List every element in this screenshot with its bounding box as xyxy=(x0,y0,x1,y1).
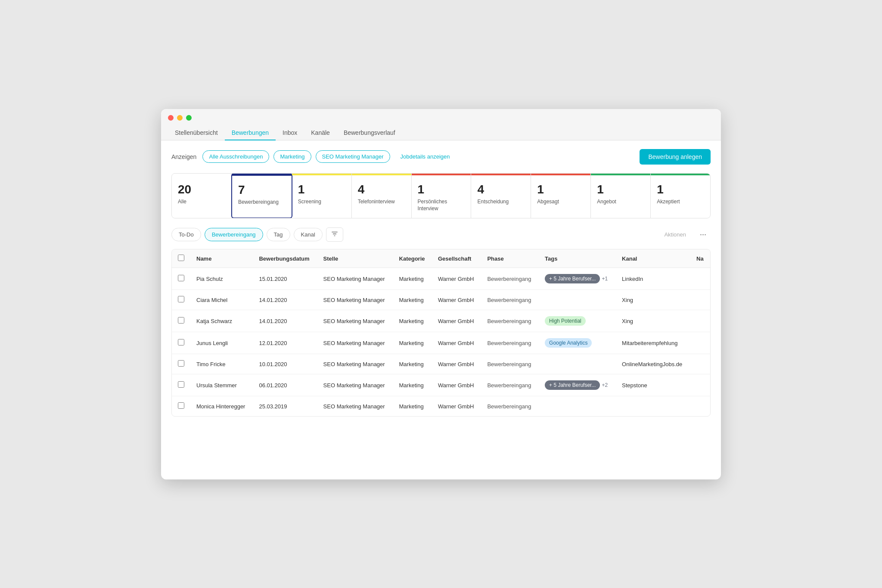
row-phase: Bewerbereingang xyxy=(481,374,539,396)
row-name[interactable]: Ursula Stemmer xyxy=(190,374,253,396)
filter-icon-button[interactable] xyxy=(326,227,343,242)
bewerbung-anlegen-button[interactable]: Bewerbung anlegen xyxy=(640,149,711,165)
sub-filter-bar: To-Do Bewerbereingang Tag Kanal Aktionen… xyxy=(171,227,711,242)
row-bewerbungsdatum: 14.01.2020 xyxy=(253,290,317,310)
sub-bewerbereingang-button[interactable]: Bewerbereingang xyxy=(205,228,263,241)
row-checkbox-cell[interactable] xyxy=(172,374,190,396)
tag-badge-blue[interactable]: Google Analytics xyxy=(545,338,592,348)
applicant-name-link[interactable]: Katja Schwarz xyxy=(196,318,232,324)
row-checkbox[interactable] xyxy=(178,296,184,302)
row-stelle: SEO Marketing Manager xyxy=(317,310,393,332)
row-name[interactable]: Katja Schwarz xyxy=(190,310,253,332)
row-tags xyxy=(539,354,616,374)
traffic-lights xyxy=(168,115,714,121)
tab-bewerbungsverlauf[interactable]: Bewerbungsverlauf xyxy=(337,126,402,140)
stage-persoenliches-interview[interactable]: 1 Persönliches Interview xyxy=(412,174,472,218)
stage-angebot[interactable]: 1 Angebot xyxy=(591,174,651,218)
row-phase: Bewerbereingang xyxy=(481,354,539,374)
row-checkbox-cell[interactable] xyxy=(172,354,190,374)
stages-row: 20 Alle 7 Bewerbereingang 1 Screening 4 … xyxy=(171,173,711,219)
row-name[interactable]: Junus Lengli xyxy=(190,332,253,354)
row-checkbox-cell[interactable] xyxy=(172,310,190,332)
row-name[interactable]: Ciara Michel xyxy=(190,290,253,310)
stage-entscheidung-label: Entscheidung xyxy=(477,199,525,205)
select-all-checkbox[interactable] xyxy=(178,255,184,261)
applicant-name-link[interactable]: Junus Lengli xyxy=(196,340,228,346)
stage-telefoninterview-count: 4 xyxy=(358,183,405,196)
applicant-name-link[interactable]: Monica Hinteregger xyxy=(196,403,245,410)
tab-stellenoversicht[interactable]: Stellenübersicht xyxy=(168,126,225,140)
sub-tag-button[interactable]: Tag xyxy=(267,228,290,241)
stage-abgesagt[interactable]: 1 Abgesagt xyxy=(531,174,591,218)
row-stelle: SEO Marketing Manager xyxy=(317,374,393,396)
tab-bewerbungen[interactable]: Bewerbungen xyxy=(225,126,276,140)
applicant-name-link[interactable]: Timo Fricke xyxy=(196,361,225,367)
tab-kanaele[interactable]: Kanäle xyxy=(304,126,337,140)
row-kanal: Mitarbeiterempfehlung xyxy=(616,332,690,354)
table-row[interactable]: Pia Schulz15.01.2020SEO Marketing Manage… xyxy=(172,268,710,290)
row-stelle: SEO Marketing Manager xyxy=(317,268,393,290)
row-phase: Bewerbereingang xyxy=(481,290,539,310)
stage-akzeptiert[interactable]: 1 Akzeptiert xyxy=(651,174,710,218)
stage-screening[interactable]: 1 Screening xyxy=(292,174,352,218)
more-options-button[interactable]: ··· xyxy=(696,227,711,242)
stage-alle[interactable]: 20 Alle xyxy=(172,174,232,218)
row-bewerbungsdatum: 10.01.2020 xyxy=(253,354,317,374)
filter-seo-marketing-manager[interactable]: SEO Marketing Manager xyxy=(316,150,390,163)
row-na xyxy=(690,374,710,396)
sub-todo-button[interactable]: To-Do xyxy=(171,228,201,241)
row-checkbox-cell[interactable] xyxy=(172,332,190,354)
table-row[interactable]: Ciara Michel14.01.2020SEO Marketing Mana… xyxy=(172,290,710,310)
stage-bewerbereingang-bar xyxy=(232,174,292,176)
row-bewerbungsdatum: 25.03.2019 xyxy=(253,396,317,417)
filter-label: Anzeigen xyxy=(171,153,196,160)
tag-badge-green[interactable]: High Potential xyxy=(545,316,586,326)
row-checkbox-cell[interactable] xyxy=(172,396,190,417)
close-button[interactable] xyxy=(168,115,174,121)
stage-persoenliches-bar xyxy=(412,174,471,175)
row-checkbox[interactable] xyxy=(178,360,184,367)
table-row[interactable]: Katja Schwarz14.01.2020SEO Marketing Man… xyxy=(172,310,710,332)
tag-count-badge: +2 xyxy=(602,382,608,388)
table-row[interactable]: Timo Fricke10.01.2020SEO Marketing Manag… xyxy=(172,354,710,374)
row-name[interactable]: Monica Hinteregger xyxy=(190,396,253,417)
row-stelle: SEO Marketing Manager xyxy=(317,332,393,354)
stage-bewerbereingang[interactable]: 7 Bewerbereingang xyxy=(231,173,292,219)
row-bewerbungsdatum: 14.01.2020 xyxy=(253,310,317,332)
row-kategorie: Marketing xyxy=(393,310,432,332)
tab-inbox[interactable]: Inbox xyxy=(276,126,304,140)
header-gesellschaft: Gesellschaft xyxy=(432,249,481,268)
tag-badge-dark[interactable]: + 5 Jahre Berufser... xyxy=(545,274,600,283)
stage-entscheidung-bar xyxy=(471,174,531,175)
row-checkbox[interactable] xyxy=(178,317,184,324)
row-checkbox[interactable] xyxy=(178,339,184,345)
maximize-button[interactable] xyxy=(186,115,192,121)
tag-badge-dark[interactable]: + 5 Jahre Berufser... xyxy=(545,380,600,390)
stage-angebot-count: 1 xyxy=(597,183,644,196)
filter-marketing[interactable]: Marketing xyxy=(273,150,311,163)
row-checkbox[interactable] xyxy=(178,402,184,409)
table-row[interactable]: Monica Hinteregger25.03.2019SEO Marketin… xyxy=(172,396,710,417)
header-na: Na xyxy=(690,249,710,268)
table-row[interactable]: Junus Lengli12.01.2020SEO Marketing Mana… xyxy=(172,332,710,354)
row-gesellschaft: Warner GmbH xyxy=(432,374,481,396)
row-name[interactable]: Pia Schulz xyxy=(190,268,253,290)
header-checkbox[interactable] xyxy=(172,249,190,268)
applicant-name-link[interactable]: Pia Schulz xyxy=(196,276,223,282)
row-name[interactable]: Timo Fricke xyxy=(190,354,253,374)
sub-kanal-button[interactable]: Kanal xyxy=(294,228,323,241)
header-kanal: Kanal xyxy=(616,249,690,268)
row-checkbox-cell[interactable] xyxy=(172,290,190,310)
filter-jobdetails[interactable]: Jobdetails anzeigen xyxy=(394,151,456,162)
filter-alle-ausschreibungen[interactable]: Alle Ausschreibungen xyxy=(202,150,269,163)
table-row[interactable]: Ursula Stemmer06.01.2020SEO Marketing Ma… xyxy=(172,374,710,396)
row-checkbox-cell[interactable] xyxy=(172,268,190,290)
stage-telefoninterview[interactable]: 4 Telefoninterview xyxy=(352,174,412,218)
applicant-name-link[interactable]: Ursula Stemmer xyxy=(196,382,237,389)
stage-entscheidung[interactable]: 4 Entscheidung xyxy=(471,174,531,218)
applicant-table: Name Bewerbungsdatum Stelle Kategorie Ge… xyxy=(171,249,711,417)
applicant-name-link[interactable]: Ciara Michel xyxy=(196,297,227,303)
row-checkbox[interactable] xyxy=(178,275,184,281)
minimize-button[interactable] xyxy=(177,115,183,121)
row-checkbox[interactable] xyxy=(178,381,184,388)
